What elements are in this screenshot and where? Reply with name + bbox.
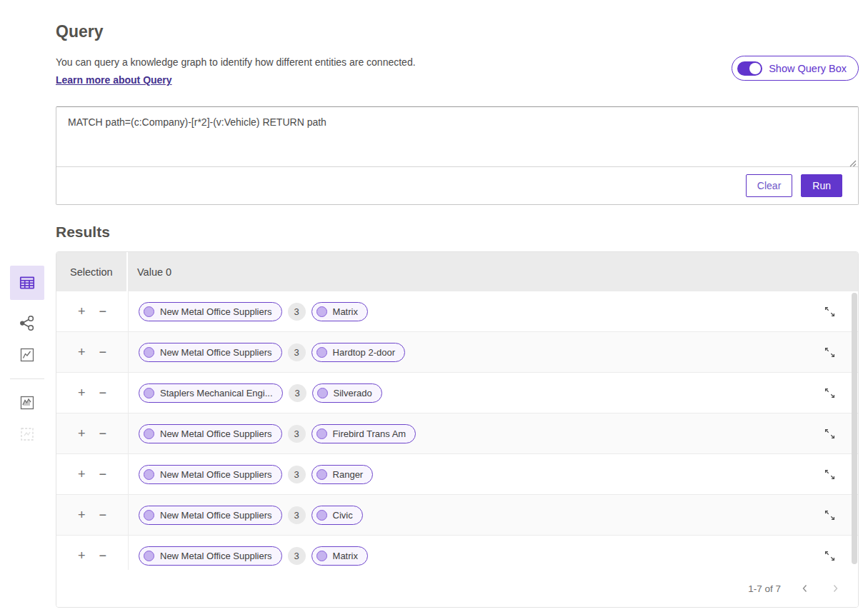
chart-view-icon[interactable]	[19, 346, 36, 363]
expand-row-icon[interactable]	[823, 508, 837, 522]
expand-row-icon[interactable]	[823, 468, 837, 481]
table-row: + − Staplers Mechanical Engi... 3 Silver…	[56, 373, 858, 413]
node-icon	[316, 428, 327, 439]
entity-pill-source[interactable]: New Metal Office Suppliers	[139, 343, 282, 362]
run-button[interactable]: Run	[801, 174, 842, 197]
remove-selection-button[interactable]: −	[99, 549, 107, 562]
add-selection-button[interactable]: +	[78, 468, 86, 481]
add-selection-button[interactable]: +	[78, 508, 86, 521]
edge-count-badge: 3	[289, 384, 306, 402]
column-divider	[128, 291, 129, 570]
table-footer: 1-7 of 7	[56, 570, 858, 607]
entity-pill-target[interactable]: Civic	[311, 506, 363, 525]
edge-count-badge: 3	[288, 506, 306, 524]
add-selection-button[interactable]: +	[78, 427, 86, 440]
table-row: + − New Metal Office Suppliers 3 Firebir…	[56, 413, 858, 454]
column-header-selection: Selection	[56, 252, 128, 291]
node-icon	[316, 551, 327, 561]
entity-pill-target[interactable]: Ranger	[311, 465, 374, 484]
vertical-scrollbar[interactable]	[852, 293, 857, 564]
expand-row-icon[interactable]	[823, 346, 837, 359]
edge-count-badge: 3	[288, 343, 306, 361]
results-table: Selection Value 0 + − New Metal Office S…	[56, 251, 859, 608]
table-view-icon[interactable]	[10, 266, 44, 300]
show-query-box-toggle[interactable]: Show Query Box	[732, 56, 859, 81]
add-selection-button[interactable]: +	[78, 305, 86, 318]
entity-pill-source[interactable]: New Metal Office Suppliers	[139, 302, 282, 321]
column-header-value0: Value 0	[128, 252, 858, 291]
node-icon	[316, 306, 327, 317]
remove-selection-button[interactable]: −	[99, 305, 107, 318]
add-selection-button[interactable]: +	[78, 346, 86, 358]
entity-pill-target[interactable]: Matrix	[311, 302, 368, 321]
previous-page-icon[interactable]	[799, 583, 811, 594]
entity-pill-target[interactable]: Silverado	[312, 383, 382, 403]
sidebar-divider	[10, 378, 44, 379]
entity-pill-source[interactable]: New Metal Office Suppliers	[139, 506, 282, 525]
toggle-switch-icon[interactable]	[737, 61, 762, 76]
entity-pill-source[interactable]: Staplers Mechanical Engi...	[139, 383, 283, 403]
node-icon	[144, 551, 154, 561]
node-icon	[144, 388, 154, 398]
results-heading: Results	[56, 224, 859, 241]
edge-count-badge: 3	[288, 303, 306, 321]
entity-pill-source[interactable]: New Metal Office Suppliers	[139, 424, 282, 443]
node-icon	[144, 306, 154, 317]
learn-more-link[interactable]: Learn more about Query	[56, 74, 172, 86]
node-icon	[316, 469, 327, 480]
expand-row-icon[interactable]	[823, 305, 837, 318]
node-icon	[317, 388, 328, 398]
edge-count-badge: 3	[288, 547, 306, 565]
clear-button[interactable]: Clear	[746, 174, 792, 197]
query-box: MATCH path=(c:Company)-[r*2]-(v:Vehicle)…	[56, 106, 859, 205]
entity-pill-source[interactable]: New Metal Office Suppliers	[139, 546, 282, 566]
entity-pill-target[interactable]: Hardtop 2-door	[311, 343, 405, 362]
expand-row-icon[interactable]	[823, 386, 837, 400]
edge-count-badge: 3	[288, 425, 306, 443]
toggle-label: Show Query Box	[769, 63, 847, 74]
remove-selection-button[interactable]: −	[99, 386, 107, 399]
table-header: Selection Value 0	[56, 252, 858, 291]
entity-pill-source[interactable]: New Metal Office Suppliers	[139, 465, 282, 484]
node-icon	[316, 510, 327, 521]
edge-count-badge: 3	[288, 466, 306, 483]
entity-pill-target[interactable]: Firebird Trans Am	[311, 424, 416, 443]
add-selection-button[interactable]: +	[78, 549, 86, 562]
node-icon	[144, 510, 154, 521]
table-row: + − New Metal Office Suppliers 3 Matrix	[56, 291, 858, 332]
view-switcher-sidebar	[10, 266, 44, 443]
empty-view-icon	[19, 426, 36, 443]
node-icon	[316, 347, 327, 358]
pagination-range: 1-7 of 7	[748, 583, 781, 594]
remove-selection-button[interactable]: −	[99, 468, 107, 481]
node-icon	[144, 347, 154, 358]
expand-row-icon[interactable]	[823, 549, 837, 563]
node-icon	[144, 469, 154, 480]
remove-selection-button[interactable]: −	[99, 427, 107, 440]
table-row: + − New Metal Office Suppliers 3 Civic	[56, 495, 858, 536]
query-actions: Clear Run	[56, 167, 858, 204]
expand-row-icon[interactable]	[823, 427, 837, 441]
textarea-resize-handle[interactable]	[849, 157, 857, 165]
remove-selection-button[interactable]: −	[99, 346, 107, 358]
table-body: + − New Metal Office Suppliers 3 Matrix …	[56, 291, 858, 570]
graph-view-icon[interactable]	[19, 314, 36, 332]
next-page-icon[interactable]	[829, 583, 841, 594]
page-title: Query	[56, 22, 859, 41]
table-row: + − New Metal Office Suppliers 3 Ranger	[56, 454, 858, 495]
remove-selection-button[interactable]: −	[99, 508, 107, 521]
graph-pattern-view-icon[interactable]	[19, 394, 36, 411]
query-input[interactable]: MATCH path=(c:Company)-[r*2]-(v:Vehicle)…	[56, 107, 858, 166]
node-icon	[144, 428, 154, 439]
entity-pill-target[interactable]: Matrix	[311, 546, 368, 566]
table-row: + − New Metal Office Suppliers 3 Hardtop…	[56, 332, 858, 373]
table-row: + − New Metal Office Suppliers 3 Matrix	[56, 536, 858, 570]
main-content: Query You can query a knowledge graph to…	[56, 0, 859, 608]
add-selection-button[interactable]: +	[78, 386, 86, 399]
